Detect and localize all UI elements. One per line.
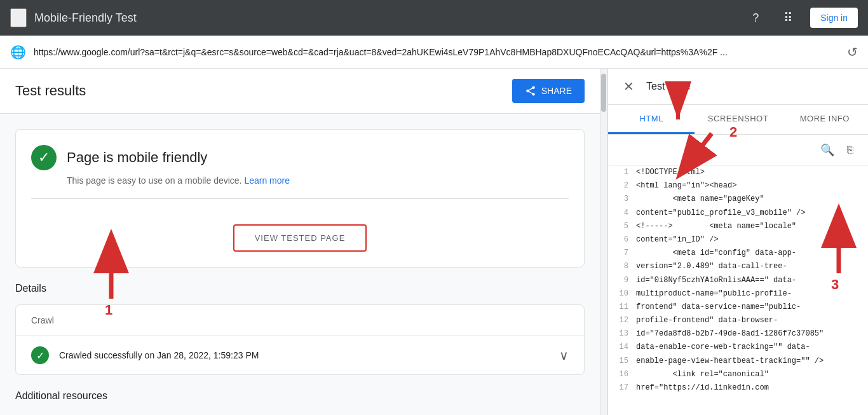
mobile-friendly-header: ✓ Page is mobile friendly bbox=[31, 145, 569, 170]
line-number: 2 bbox=[613, 180, 628, 192]
share-button[interactable]: SHARE bbox=[512, 79, 585, 103]
details-card: Crawl ✓ Crawled successfully on Jan 28, … bbox=[15, 304, 585, 375]
code-view[interactable]: 1<!DOCTYPE html>2<html lang="in"><head>3… bbox=[608, 166, 868, 415]
mobile-friendly-desc: This page is easy to use on a mobile dev… bbox=[67, 175, 569, 186]
copy-code-button[interactable]: ⎘ bbox=[840, 140, 860, 160]
crawl-check-icon: ✓ bbox=[31, 346, 49, 364]
main-layout: Test results SHARE ✓ Page is mobile frie… bbox=[0, 69, 868, 415]
code-content: <!DOCTYPE html> bbox=[636, 167, 705, 179]
line-number: 9 bbox=[613, 275, 628, 287]
code-content: content="in_ID" /> bbox=[636, 234, 719, 246]
details-card-row: ✓ Crawled successfully on Jan 28, 2022, … bbox=[16, 336, 584, 374]
details-label: Details bbox=[15, 283, 585, 294]
code-line: 3 <meta name="pageKey" bbox=[608, 193, 868, 206]
top-bar-icons: ? ⠿ Sign in bbox=[744, 6, 858, 29]
code-line: 8version="2.0.489" data-call-tree- bbox=[608, 260, 868, 273]
grid-icon: ⠿ bbox=[783, 10, 794, 25]
code-line: 5<!-----> <meta name="locale" bbox=[608, 220, 868, 233]
code-line: 17href="https://id.linkedin.com bbox=[608, 381, 868, 395]
search-icon: 🔍 bbox=[820, 143, 834, 157]
reload-icon[interactable]: ↺ bbox=[847, 44, 858, 60]
learn-more-link[interactable]: Learn more bbox=[244, 175, 290, 186]
checkmark: ✓ bbox=[38, 149, 50, 166]
code-line: 14data-enable-core-web-tracking="" data- bbox=[608, 341, 868, 354]
close-button[interactable]: ✕ bbox=[618, 76, 639, 97]
code-content: id="0i8Nyf5czhYA1oRnlisAAA==" data- bbox=[636, 275, 796, 287]
line-number: 14 bbox=[613, 341, 628, 353]
code-line: 12profile-frontend" data-browser- bbox=[608, 314, 868, 327]
code-line: 6content="in_ID" /> bbox=[608, 233, 868, 247]
code-content: multiproduct-name="public-profile- bbox=[636, 288, 792, 300]
line-number: 13 bbox=[613, 328, 628, 340]
code-content: <meta name="pageKey" bbox=[636, 193, 764, 205]
additional-resources-label: Additional resources bbox=[15, 390, 585, 402]
code-line: 10multiproduct-name="public-profile- bbox=[608, 287, 868, 301]
crawl-text: Crawled successfully on Jan 28, 2022, 1:… bbox=[59, 350, 259, 360]
help-icon: ? bbox=[752, 11, 759, 25]
line-number: 5 bbox=[613, 221, 628, 233]
line-number: 10 bbox=[613, 288, 628, 300]
address-bar: 🌐 ↺ bbox=[0, 36, 868, 69]
panel-scrollbar[interactable] bbox=[600, 69, 607, 415]
right-panel-title: Test page bbox=[646, 81, 858, 92]
line-number: 6 bbox=[613, 234, 628, 246]
share-label: SHARE bbox=[541, 86, 572, 96]
code-line: 2<html lang="in"><head> bbox=[608, 179, 868, 193]
line-number: 8 bbox=[613, 261, 628, 273]
code-content: <meta id="config" data-app- bbox=[636, 247, 796, 259]
grid-button[interactable]: ⠿ bbox=[777, 6, 800, 29]
check-circle-icon: ✓ bbox=[31, 145, 57, 170]
line-number: 15 bbox=[613, 355, 628, 367]
back-icon: ← bbox=[11, 10, 25, 26]
content-area: ✓ Page is mobile friendly This page is e… bbox=[0, 114, 600, 415]
results-title: Test results bbox=[15, 83, 86, 99]
code-line: 7 <meta id="config" data-app- bbox=[608, 247, 868, 260]
share-icon bbox=[525, 85, 536, 97]
signin-button[interactable]: Sign in bbox=[810, 8, 858, 28]
line-number: 1 bbox=[613, 167, 628, 179]
tab-html[interactable]: HTML bbox=[608, 105, 695, 134]
code-content: frontend" data-service-name="public- bbox=[636, 301, 801, 313]
code-content: <!-----> <meta name="locale" bbox=[636, 221, 796, 233]
details-row-left: ✓ Crawled successfully on Jan 28, 2022, … bbox=[31, 346, 259, 364]
page-title: Mobile-Friendly Test bbox=[34, 11, 736, 25]
back-button[interactable]: ← bbox=[10, 8, 27, 27]
view-tested-button[interactable]: VIEW TESTED PAGE bbox=[233, 224, 367, 252]
line-number: 17 bbox=[613, 382, 628, 394]
code-line: 13id="7eda8fd8-b2b7-49de-8ad1-1286f7c370… bbox=[608, 327, 868, 341]
code-content: data-enable-core-web-tracking="" data- bbox=[636, 341, 810, 353]
code-content: id="7eda8fd8-b2b7-49de-8ad1-1286f7c37085… bbox=[636, 328, 824, 340]
search-code-button[interactable]: 🔍 bbox=[817, 140, 837, 160]
address-input[interactable] bbox=[34, 47, 839, 57]
details-card-header: Crawl bbox=[16, 305, 584, 336]
chevron-down-icon[interactable]: ∨ bbox=[559, 348, 569, 363]
help-button[interactable]: ? bbox=[744, 6, 767, 29]
tab-screenshot[interactable]: SCREENSHOT bbox=[695, 105, 781, 134]
line-number: 11 bbox=[613, 301, 628, 313]
code-line: 4content="public_profile_v3_mobile" /> bbox=[608, 207, 868, 220]
line-number: 16 bbox=[613, 369, 628, 381]
code-line: 1<!DOCTYPE html> bbox=[608, 166, 868, 179]
code-content: href="https://id.linkedin.com bbox=[636, 382, 769, 394]
code-line: 11frontend" data-service-name="public- bbox=[608, 301, 868, 314]
scrollbar-thumb bbox=[601, 74, 606, 112]
top-bar: ← Mobile-Friendly Test ? ⠿ Sign in bbox=[0, 0, 868, 36]
code-content: enable-page-view-heartbeat-tracking="" /… bbox=[636, 355, 824, 367]
code-content: <link rel="canonical" bbox=[636, 369, 769, 381]
mobile-friendly-card: ✓ Page is mobile friendly This page is e… bbox=[15, 129, 585, 268]
tab-more-info[interactable]: MORE INFO bbox=[782, 105, 868, 134]
right-panel-header: ✕ Test page bbox=[608, 69, 868, 105]
left-panel: Test results SHARE ✓ Page is mobile frie… bbox=[0, 69, 600, 415]
right-panel-tabs: HTML SCREENSHOT MORE INFO bbox=[608, 105, 868, 135]
code-content: content="public_profile_v3_mobile" /> bbox=[636, 207, 805, 219]
mobile-friendly-title: Page is mobile friendly bbox=[67, 149, 207, 166]
globe-icon: 🌐 bbox=[10, 44, 26, 60]
close-icon: ✕ bbox=[623, 79, 634, 94]
code-content: <html lang="in"><head> bbox=[636, 180, 736, 192]
code-line: 15enable-page-view-heartbeat-tracking=""… bbox=[608, 355, 868, 368]
view-tested-section: VIEW TESTED PAGE bbox=[31, 198, 569, 252]
line-number: 3 bbox=[613, 193, 628, 205]
code-content: version="2.0.489" data-call-tree- bbox=[636, 261, 787, 273]
results-header: Test results SHARE bbox=[0, 69, 600, 114]
code-line: 16 <link rel="canonical" bbox=[608, 368, 868, 381]
